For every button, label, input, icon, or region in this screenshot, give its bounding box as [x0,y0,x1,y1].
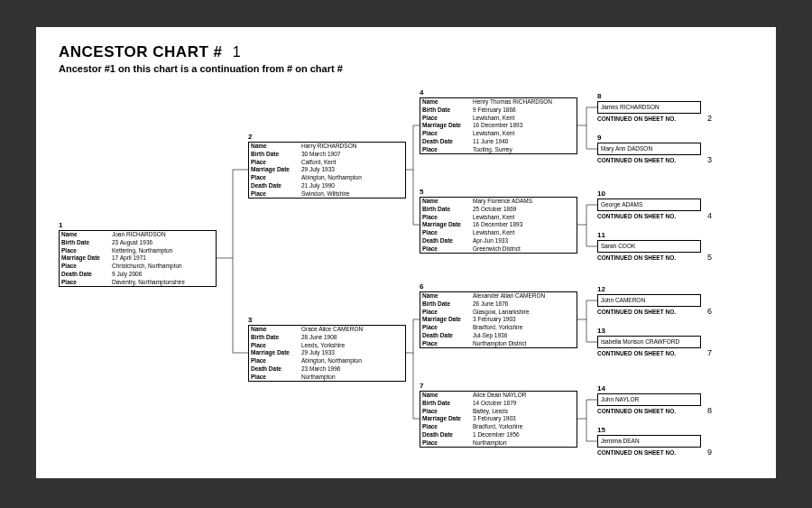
person-9-number: 9 [597,134,601,142]
person-13-box: Isabella Morison CRAWFORD [597,336,701,348]
person-3-number: 3 [248,316,252,324]
person-12-box: John CAMERON [597,294,701,307]
person-11-number: 11 [597,231,605,239]
person-14-number: 14 [597,384,605,393]
person-4-number: 4 [420,88,423,97]
person-3-box: NameGrace Alice CAMERON Birth Date28 Jun… [248,325,406,382]
continued-14: CONTINUED ON SHEET NO. [597,408,676,414]
continued-10: CONTINUED ON SHEET NO. [597,213,676,219]
sheet-14: 8 [707,406,712,415]
sheet-12: 6 [707,307,712,316]
person-2-number: 2 [248,133,252,141]
person-15-box: Jemima DEAN [597,435,701,448]
continued-8: CONTINUED ON SHEET NO. [597,115,676,122]
person-5-number: 5 [420,188,423,196]
title-prefix: ANCESTOR CHART # [59,43,222,60]
page-title: ANCESTOR CHART # 1 [59,43,753,61]
continued-15: CONTINUED ON SHEET NO. [597,449,676,456]
continued-9: CONTINUED ON SHEET NO. [597,157,676,163]
person-7-number: 7 [420,382,423,390]
person-8-number: 8 [597,92,601,100]
sheet-8: 2 [707,114,712,123]
sheet-13: 7 [707,348,712,357]
sheet-11: 5 [707,253,712,262]
continued-12: CONTINUED ON SHEET NO. [597,309,676,315]
subtitle: Ancestor #1 on this chart is a continuat… [59,63,753,74]
continued-11: CONTINUED ON SHEET NO. [597,254,676,261]
person-13-number: 13 [597,327,605,335]
person-14-box: John NAYLOR [597,393,701,406]
person-4-box: NameHenry Thomas RICHARDSON Birth Date9 … [420,97,577,154]
person-15-number: 15 [597,426,605,434]
person-10-number: 10 [597,189,605,198]
person-7-box: NameAlice Dean NAYLOR Birth Date14 Octob… [420,391,577,448]
person-1-box: NameJoan RICHARDSON Birth Date23 August … [59,230,217,287]
person-6-box: NameAlexander Allan CAMERON Birth Date26… [420,291,577,348]
ancestor-chart-page: ANCESTOR CHART # 1 Ancestor #1 on this c… [36,27,776,478]
sheet-10: 4 [707,211,712,220]
person-5-box: NameMary Florence ADAMS Birth Date25 Oct… [420,197,577,254]
person-1-number: 1 [59,221,62,229]
person-9-box: Mary Ann DADSON [597,143,701,155]
sheet-9: 3 [707,155,712,164]
person-8-box: James RICHARDSON [597,101,701,114]
person-11-box: Sarah COOK [597,240,701,253]
person-12-number: 12 [597,285,605,293]
continued-13: CONTINUED ON SHEET NO. [597,350,676,356]
person-2-box: NameHarry RICHARDSON Birth Date30 March … [248,142,406,199]
person-10-box: George ADAMS [597,199,701,211]
sheet-15: 9 [707,448,712,457]
person-6-number: 6 [420,282,423,291]
chart-number: 1 [233,44,241,60]
